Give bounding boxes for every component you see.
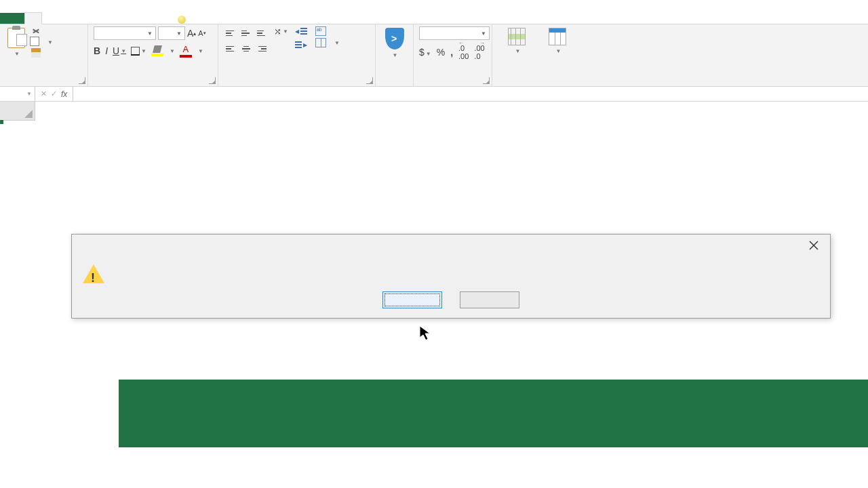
group-label	[586, 84, 863, 86]
fill-color-button[interactable]	[151, 45, 163, 56]
tab-home[interactable]	[24, 12, 42, 24]
fx-icon[interactable]: fx	[61, 89, 67, 99]
selection-outline	[0, 121, 3, 123]
group-label	[419, 84, 486, 86]
cut-button[interactable]	[31, 26, 53, 36]
conditional-formatting-icon	[508, 28, 526, 45]
align-bottom-button[interactable]	[255, 26, 269, 40]
dialog-help-button[interactable]	[460, 291, 519, 308]
align-top-button[interactable]	[224, 26, 237, 40]
tab-file[interactable]	[0, 13, 24, 24]
warning-icon	[83, 264, 104, 283]
wrap-icon	[315, 26, 326, 36]
group-styles	[580, 24, 868, 86]
wrap-text-button[interactable]	[315, 26, 340, 36]
increase-indent-button[interactable]	[295, 40, 307, 51]
cancel-formula-icon[interactable]: ✕	[41, 89, 47, 98]
format-as-table-button[interactable]: ▼	[540, 26, 575, 56]
select-all-corner[interactable]	[0, 102, 35, 121]
dialog-ok-button[interactable]	[382, 291, 442, 308]
tab-formulas[interactable]	[75, 13, 91, 24]
tab-view[interactable]	[123, 13, 140, 24]
tab-insert[interactable]	[42, 13, 58, 24]
tab-acrobat[interactable]	[156, 13, 172, 24]
increase-font-button[interactable]: A▴	[187, 28, 196, 39]
align-center-button[interactable]	[239, 42, 253, 56]
column-headers	[0, 102, 868, 121]
comma-button[interactable]: ,	[450, 47, 453, 58]
font-name-combo[interactable]: ▼	[94, 26, 156, 40]
worksheet[interactable]	[0, 102, 868, 121]
border-icon	[131, 47, 140, 56]
font-color-button[interactable]: A	[180, 44, 192, 58]
copy-icon	[31, 38, 39, 46]
table-icon	[549, 28, 566, 45]
border-button[interactable]: ▼	[131, 47, 146, 56]
formula-bar-buttons: ✕ ✓ fx	[35, 87, 73, 101]
merge-icon	[315, 38, 326, 47]
paste-button[interactable]: ▼	[5, 26, 27, 58]
paste-icon	[7, 28, 25, 48]
group-cond-format: ▼ ▼	[492, 24, 580, 86]
dialog-launcher-icon[interactable]	[79, 77, 85, 84]
group-label	[381, 84, 408, 86]
orientation-button[interactable]: ⤭▼	[274, 26, 288, 37]
group-label	[94, 84, 212, 86]
group-label	[5, 84, 82, 86]
percent-button[interactable]: %	[437, 47, 445, 58]
tab-help[interactable]	[140, 13, 156, 24]
increase-decimal-button[interactable]: ←.0.00	[458, 44, 469, 60]
close-icon	[809, 241, 818, 250]
accounting-format-button[interactable]: $▼	[419, 47, 431, 58]
formula-bar-row: ▼ ✕ ✓ fx	[0, 87, 868, 102]
scissors-icon	[31, 26, 41, 36]
ribbon: ▼ ▼ ▼ ▼ A▴ A▾ B I U▼ ▼ ▼	[0, 24, 868, 87]
format-painter-button[interactable]	[31, 48, 53, 58]
ribbon-tabs	[0, 0, 868, 24]
tab-data[interactable]	[91, 13, 107, 24]
underline-button[interactable]: U▼	[113, 45, 126, 56]
enter-formula-icon[interactable]: ✓	[51, 89, 57, 98]
copy-button[interactable]: ▼	[31, 38, 53, 46]
dialog-launcher-icon[interactable]	[366, 77, 373, 84]
decrease-decimal-button[interactable]: →.00.0	[474, 44, 484, 60]
bold-button[interactable]: B	[94, 45, 100, 56]
tell-me-search[interactable]	[172, 16, 195, 24]
brush-icon	[31, 48, 41, 58]
group-font: ▼ ▼ A▴ A▾ B I U▼ ▼ ▼ A▼	[88, 24, 218, 86]
decrease-indent-button[interactable]	[295, 26, 307, 37]
mouse-cursor	[419, 325, 433, 346]
group-label	[498, 76, 575, 86]
decrease-font-button[interactable]: A▾	[198, 29, 205, 37]
group-label	[224, 84, 370, 86]
align-left-button[interactable]	[224, 42, 237, 56]
conditional-formatting-button[interactable]: ▼	[498, 26, 536, 56]
protect-button[interactable]: ▼	[383, 26, 406, 60]
dialog-close-button[interactable]	[804, 239, 823, 252]
tab-review[interactable]	[107, 13, 123, 24]
group-number: ▼ $▼ % , ←.0.00 →.00.0	[414, 24, 492, 86]
align-right-button[interactable]	[255, 42, 269, 56]
dialog-launcher-icon[interactable]	[483, 77, 490, 84]
align-middle-button[interactable]	[239, 26, 253, 40]
number-format-combo[interactable]: ▼	[419, 26, 490, 40]
dialog-launcher-icon[interactable]	[209, 77, 216, 84]
shield-icon	[385, 28, 404, 49]
tab-page-layout[interactable]	[58, 13, 75, 24]
caption-banner	[119, 380, 868, 447]
group-protection: ▼	[376, 24, 414, 86]
font-size-combo[interactable]: ▼	[158, 26, 185, 40]
lightbulb-icon	[178, 16, 186, 24]
bucket-icon	[153, 45, 162, 53]
name-box[interactable]: ▼	[0, 87, 35, 101]
group-clipboard: ▼ ▼	[0, 24, 88, 86]
circular-reference-dialog	[71, 234, 831, 319]
merge-center-button[interactable]: ▼	[315, 38, 340, 47]
formula-bar-input[interactable]	[73, 87, 868, 101]
italic-button[interactable]: I	[105, 45, 108, 56]
group-alignment: ⤭▼ ▼	[218, 24, 376, 86]
